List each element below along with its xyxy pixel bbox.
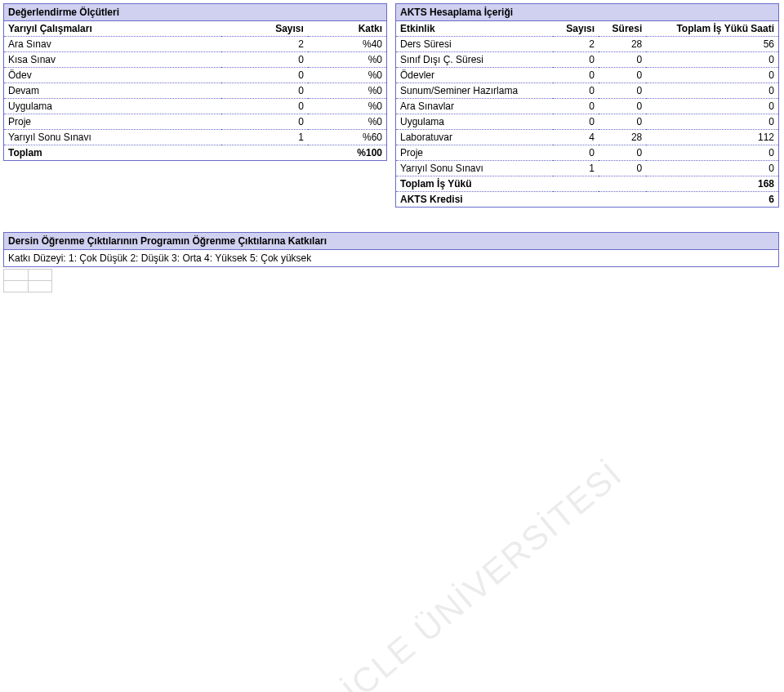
table-row: Sunum/Seminer Hazırlama 0 0 0 — [396, 83, 778, 99]
cell-name: Ara Sınavlar — [396, 99, 553, 114]
table-row: Devam 0 %0 — [4, 83, 386, 99]
table-row: Proje 0 0 0 — [396, 145, 778, 161]
table-total-workload-row: Toplam İş Yükü 168 — [396, 176, 778, 192]
cell-count: 0 — [221, 52, 308, 68]
cell-name: Ödevler — [396, 68, 553, 83]
cell-ects-credit-value: 6 — [646, 192, 778, 208]
cell-dur: 0 — [599, 83, 646, 99]
cell-dur: 0 — [599, 145, 646, 161]
cell-total: 0 — [646, 114, 778, 130]
cell-total: 112 — [646, 130, 778, 145]
learning-outcomes-contribution-panel: Dersin Öğrenme Çıktılarının Programın Öğ… — [3, 232, 779, 292]
cell-total-weight: %100 — [308, 145, 386, 161]
evaluation-criteria-table: Yarıyıl Çalışmaları Sayısı Katkı Ara Sın… — [4, 21, 386, 160]
cell-name: Kısa Sınav — [4, 52, 221, 68]
grid-cell — [4, 281, 29, 292]
cell-count: 1 — [553, 161, 599, 176]
cell-weight: %60 — [308, 130, 386, 145]
table-ects-credit-row: AKTS Kredisi 6 — [396, 192, 778, 208]
col-activity: Etkinlik — [396, 21, 553, 37]
cell-name: Sınıf Dışı Ç. Süresi — [396, 52, 553, 68]
col-duration: Süresi — [599, 21, 646, 37]
table-row: Sınıf Dışı Ç. Süresi 0 0 0 — [396, 52, 778, 68]
cell-total: 56 — [646, 37, 778, 52]
table-row: Ara Sınav 2 %40 — [4, 37, 386, 52]
table-total-row: Toplam %100 — [4, 145, 386, 161]
cell-name: Proje — [4, 114, 221, 130]
cell-dur: 0 — [599, 114, 646, 130]
cell-total: 0 — [646, 99, 778, 114]
table-row: Proje 0 %0 — [4, 114, 386, 130]
cell-dur: 0 — [599, 68, 646, 83]
col-total-hours: Toplam İş Yükü Saati — [646, 21, 778, 37]
table-header-row: Etkinlik Sayısı Süresi Toplam İş Yükü Sa… — [396, 21, 778, 37]
learning-outcomes-contribution-title: Dersin Öğrenme Çıktılarının Programın Öğ… — [3, 232, 779, 250]
table-row: Ders Süresi 2 28 56 — [396, 37, 778, 52]
contribution-level-legend: Katkı Düzeyi: 1: Çok Düşük 2: Düşük 3: O… — [8, 252, 311, 264]
contribution-mini-grid — [3, 269, 52, 292]
cell-count: 0 — [553, 83, 599, 99]
cell-count: 0 — [221, 83, 308, 99]
table-header-row: Yarıyıl Çalışmaları Sayısı Katkı — [4, 21, 386, 37]
ects-calculation-title: AKTS Hesaplama İçeriği — [396, 4, 778, 21]
cell-count: 0 — [221, 99, 308, 114]
cell-total: 0 — [646, 145, 778, 161]
cell-count: 1 — [221, 130, 308, 145]
cell-name: Yarıyıl Sonu Sınavı — [4, 130, 221, 145]
cell-count: 2 — [221, 37, 308, 52]
table-row: Ara Sınavlar 0 0 0 — [396, 99, 778, 114]
table-row: Uygulama 0 %0 — [4, 99, 386, 114]
cell-dur: 28 — [599, 37, 646, 52]
cell-total-workload-label: Toplam İş Yükü — [396, 176, 646, 192]
cell-weight: %40 — [308, 37, 386, 52]
cell-total: 0 — [646, 52, 778, 68]
cell-total-label: Toplam — [4, 145, 221, 161]
cell-name: Sunum/Seminer Hazırlama — [396, 83, 553, 99]
cell-name: Yarıyıl Sonu Sınavı — [396, 161, 553, 176]
table-row: Yarıyıl Sonu Sınavı 1 %60 — [4, 130, 386, 145]
cell-total: 0 — [646, 83, 778, 99]
table-row: Ödevler 0 0 0 — [396, 68, 778, 83]
cell-dur: 0 — [599, 161, 646, 176]
table-row: Ödev 0 %0 — [4, 68, 386, 83]
evaluation-criteria-title: Değerlendirme Ölçütleri — [4, 4, 386, 21]
cell-name: Uygulama — [4, 99, 221, 114]
cell-name: Ödev — [4, 68, 221, 83]
cell-name: Devam — [4, 83, 221, 99]
cell-weight: %0 — [308, 83, 386, 99]
ects-calculation-table: Etkinlik Sayısı Süresi Toplam İş Yükü Sa… — [396, 21, 778, 207]
grid-cell — [28, 281, 52, 292]
col-contribution: Katkı — [308, 21, 386, 37]
cell-count: 4 — [553, 130, 599, 145]
cell-total: 0 — [646, 161, 778, 176]
grid-cell — [28, 270, 52, 281]
cell-name: Uygulama — [396, 114, 553, 130]
cell-name: Ara Sınav — [4, 37, 221, 52]
ects-calculation-panel: AKTS Hesaplama İçeriği Etkinlik Sayısı S… — [395, 3, 779, 208]
cell-weight: %0 — [308, 114, 386, 130]
cell-count: 0 — [221, 68, 308, 83]
grid-cell — [4, 270, 29, 281]
cell-count: 0 — [553, 114, 599, 130]
cell-total-workload-value: 168 — [646, 176, 778, 192]
cell-count: 2 — [553, 37, 599, 52]
cell-count: 0 — [553, 68, 599, 83]
cell-count: 0 — [553, 99, 599, 114]
cell-dur: 28 — [599, 130, 646, 145]
watermark-text: DİCLE ÜNİVERSİTESİ — [315, 454, 630, 692]
cell-weight: %0 — [308, 68, 386, 83]
cell-name: Laboratuvar — [396, 130, 553, 145]
col-count: Sayısı — [221, 21, 308, 37]
cell-name: Ders Süresi — [396, 37, 553, 52]
cell-total: 0 — [646, 68, 778, 83]
cell-dur: 0 — [599, 52, 646, 68]
col-count: Sayısı — [553, 21, 599, 37]
cell-ects-credit-label: AKTS Kredisi — [396, 192, 646, 208]
cell-name: Proje — [396, 145, 553, 161]
cell-dur: 0 — [599, 99, 646, 114]
cell-count: 0 — [553, 52, 599, 68]
evaluation-criteria-panel: Değerlendirme Ölçütleri Yarıyıl Çalışmal… — [3, 3, 387, 161]
cell-weight: %0 — [308, 99, 386, 114]
cell-weight: %0 — [308, 52, 386, 68]
table-row: Yarıyıl Sonu Sınavı 1 0 0 — [396, 161, 778, 176]
